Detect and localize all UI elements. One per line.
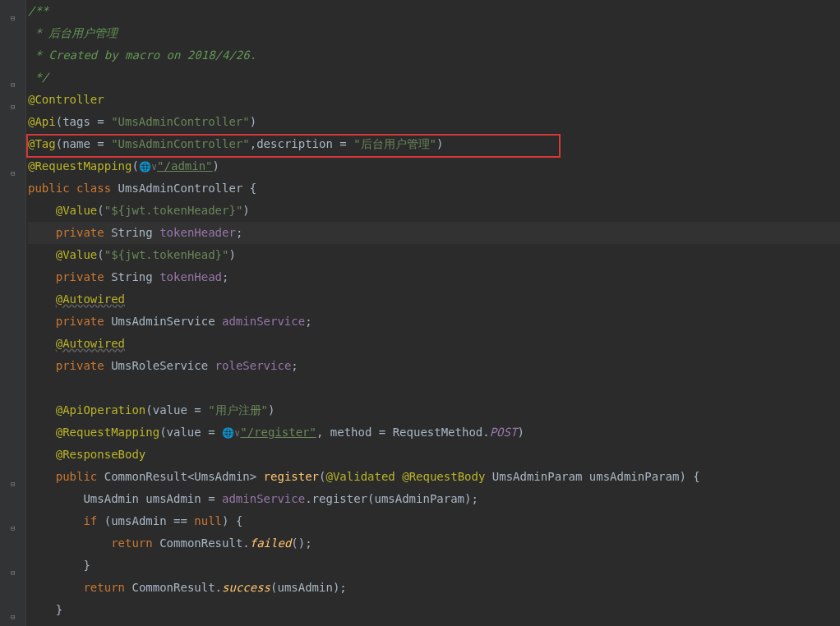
code-text: .register(umsAdminParam) [305, 492, 471, 505]
code-text: ( [97, 204, 104, 217]
code-text: ) [250, 115, 256, 128]
code-text: ) [228, 248, 235, 261]
keyword: return [83, 581, 132, 594]
type: UmsAdminParam [492, 470, 589, 483]
annotation-autowired: @Autowired [56, 337, 125, 350]
enum-value: POST [490, 426, 518, 439]
param: umsAdminParam [589, 470, 680, 483]
type: CommonResult. [159, 536, 250, 550]
doc-comment: * Created by macro on 2018/4/26. [28, 48, 256, 62]
field: adminService [222, 315, 305, 328]
code-text: (value = [159, 426, 222, 439]
code-text: ) { [679, 470, 699, 483]
fold-icon[interactable]: ⊟ [7, 74, 16, 82]
keyword: private [56, 270, 111, 283]
keyword: null [194, 514, 222, 527]
annotation-requestmapping: @RequestMapping [56, 426, 159, 439]
code-text: ) [517, 426, 524, 439]
type: UmsRoleService [111, 359, 215, 372]
code-text: ) [213, 159, 219, 173]
code-text: ) [268, 403, 275, 417]
semicolon: ; [236, 226, 242, 239]
keyword: class [76, 182, 118, 195]
type: CommonResult. [132, 581, 222, 594]
variable: umsAdmin [145, 492, 208, 505]
fold-icon[interactable]: ⊟ [7, 473, 16, 481]
type: UmsAdminService [111, 315, 222, 328]
semicolon: ; [471, 492, 478, 505]
code-text: ( [132, 159, 138, 173]
string-literal: "UmsAdminController" [111, 115, 250, 128]
annotation-api: @Api [28, 115, 56, 128]
url-string[interactable]: "/admin" [157, 159, 212, 173]
brace: } [83, 559, 90, 572]
type: String [111, 226, 159, 239]
doc-comment: /** [28, 4, 48, 17]
doc-comment: */ [28, 71, 48, 84]
code-text: ) [242, 204, 249, 217]
annotation-autowired: @Autowired [56, 292, 125, 306]
method-call: failed [250, 536, 292, 550]
code-text: , method = RequestMethod. [316, 426, 490, 439]
method-call: success [222, 581, 270, 594]
code-text: (tags = [56, 115, 111, 128]
url-string[interactable]: "/register" [240, 426, 316, 439]
string-literal: "UmsAdminController" [111, 137, 250, 150]
field: tokenHeader [159, 226, 236, 239]
method-name: register [264, 470, 319, 483]
globe-icon[interactable]: 🌐∨ [222, 427, 240, 439]
type: String [111, 270, 159, 283]
code-text: = [208, 492, 222, 505]
code-text: ) { [222, 514, 242, 527]
code-text: (umsAdmin) [270, 581, 339, 594]
brace: { [250, 182, 256, 195]
field: adminService [222, 492, 305, 505]
annotation-value: @Value [56, 248, 98, 261]
gutter: ⊟ ⊟ ⊟ ⊟ ⊟ ⊟ ⊟ ⊟ [0, 0, 26, 626]
annotation-apioperation: @ApiOperation [56, 403, 146, 417]
string-literal: "后台用户管理" [353, 137, 436, 150]
annotation-requestmapping: @RequestMapping [28, 159, 132, 173]
fold-icon[interactable]: ⊟ [7, 7, 16, 16]
fold-icon[interactable]: ⊟ [7, 518, 16, 526]
fold-icon[interactable]: ⊟ [7, 606, 16, 614]
brace: } [56, 603, 62, 616]
annotation-responsebody: @ResponseBody [56, 448, 146, 461]
type: CommonResult<UmsAdmin> [104, 470, 264, 483]
annotation-requestbody: @RequestBody [402, 470, 492, 483]
code-editor[interactable]: ⊟ ⊟ ⊟ ⊟ ⊟ ⊟ ⊟ ⊟ /** * 后台用户管理 * Created b… [0, 0, 840, 626]
type: UmsAdmin [83, 492, 145, 505]
semicolon: ; [291, 359, 298, 372]
doc-comment: * 后台用户管理 [28, 26, 118, 39]
string-literal: "${jwt.tokenHeader}" [104, 204, 243, 217]
code-text: ,description = [250, 137, 353, 150]
code-text: (umsAdmin == [104, 514, 195, 527]
code-text: (name = [56, 137, 111, 150]
annotation-tag: @Tag [28, 137, 56, 150]
code-text: ) [436, 137, 443, 150]
code-text: (); [291, 536, 312, 550]
semicolon: ; [222, 270, 228, 283]
keyword: private [56, 226, 111, 239]
annotation-controller: @Controller [28, 93, 104, 106]
code-text: (value = [145, 403, 208, 417]
fold-icon[interactable]: ⊟ [7, 562, 16, 570]
semicolon: ; [305, 315, 312, 328]
class-name: UmsAdminController [118, 182, 250, 195]
code-text: ( [97, 248, 104, 261]
fold-icon[interactable]: ⊟ [7, 163, 16, 171]
string-literal: "${jwt.tokenHead}" [104, 248, 229, 261]
semicolon: ; [339, 581, 346, 594]
keyword: if [83, 514, 104, 527]
code-area[interactable]: /** * 后台用户管理 * Created by macro on 2018/… [26, 0, 840, 626]
keyword: return [111, 536, 159, 550]
field: roleService [215, 359, 292, 372]
field: tokenHead [159, 270, 222, 283]
annotation-validated: @Validated [325, 470, 402, 483]
fold-icon[interactable]: ⊟ [7, 96, 16, 104]
keyword: public [56, 470, 104, 483]
keyword: private [56, 315, 111, 328]
globe-icon[interactable]: 🌐∨ [139, 161, 157, 173]
annotation-value: @Value [56, 204, 98, 217]
keyword: public [28, 182, 76, 195]
